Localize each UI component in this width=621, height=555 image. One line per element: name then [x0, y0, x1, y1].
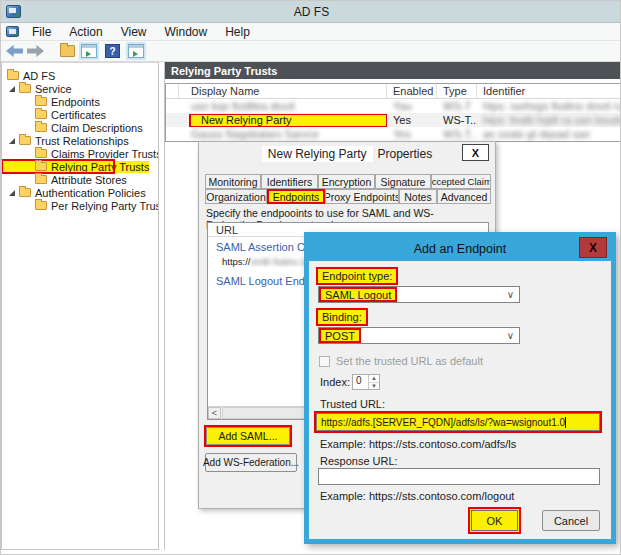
column-type[interactable]: Type — [437, 84, 477, 98]
menu-view[interactable]: View — [112, 23, 156, 40]
redacted-text: WS-T — [437, 100, 477, 112]
folder-icon — [35, 201, 47, 210]
table-row-new-relying-party[interactable]: New Relying Party Yes WS-T... htps: feal… — [166, 113, 621, 127]
tree-item-certificates[interactable]: Certificates — [2, 108, 158, 121]
cancel-button[interactable]: Cancel — [542, 510, 600, 531]
tab-accepted-claims[interactable]: Accepted Claims — [431, 174, 491, 189]
table-row[interactable]: uso kqs fiodtlea dovd Yau WS-T htps: rax… — [166, 99, 621, 113]
tab-identifiers[interactable]: Identifiers — [261, 174, 318, 189]
index-stepper[interactable]: 0 ▲▼ — [352, 374, 380, 390]
redacted-text: htps: raxhsgs fiodins dovd rapd — [477, 100, 621, 112]
table-header-row: Display Name Enabled Type Identifier — [166, 84, 621, 99]
folder-icon — [35, 123, 47, 132]
column-enabled[interactable]: Enabled — [387, 84, 437, 98]
expanded-triangle-icon[interactable] — [9, 86, 15, 92]
tab-endpoints[interactable]: Endpoints — [267, 189, 325, 204]
expanded-triangle-icon[interactable] — [9, 190, 15, 196]
console-icon — [6, 26, 19, 37]
enabled-value: Yes — [387, 114, 437, 126]
redacted-text: Gauss Nagsbalars Sarvce — [179, 128, 387, 140]
index-value: 0 — [356, 375, 362, 386]
menu-file[interactable]: File — [23, 23, 60, 40]
tree-item-per-relying-party-trust[interactable]: Per Relying Party Trust — [2, 199, 158, 212]
redacted-text: Yau — [387, 100, 437, 112]
window-title: AD FS — [1, 5, 621, 19]
folder-icon — [35, 162, 47, 171]
endpoint-type-dropdown[interactable]: SAML Logout ∨ — [318, 286, 520, 303]
tree-item-attribute-stores[interactable]: Attribute Stores — [2, 173, 158, 186]
table-row[interactable]: Gauss Nagsbalars Sarvce Yes WS-T... an s… — [166, 127, 621, 141]
trusted-url-example: Example: https://sts.contoso.com/adfs/ls — [320, 438, 516, 450]
column-identifier[interactable]: Identifier — [477, 84, 621, 98]
window-titlebar: AD FS — [1, 1, 621, 23]
tab-signature[interactable]: Signature — [375, 174, 431, 189]
add-endpoint-dialog-title: Add an Endpoint — [309, 237, 611, 261]
tab-row-2: Organization Endpoints Proxy Endpoints N… — [205, 189, 491, 204]
add-ws-federation-button[interactable]: Add WS-Federation... — [205, 453, 297, 472]
properties-dialog-title: New Relying Party Properties — [199, 142, 495, 166]
tab-notes[interactable]: Notes — [399, 189, 437, 204]
tab-proxy-endpoints[interactable]: Proxy Endpoints — [325, 189, 399, 204]
folder-icon — [35, 175, 47, 184]
response-url-input[interactable] — [318, 468, 600, 485]
default-url-checkbox-label: Set the trusted URL as default — [336, 355, 483, 367]
trusted-url-input[interactable]: https://adfs.[SERVER_FQDN]/adfs/ls/?wa=w… — [314, 411, 602, 433]
tree-item-adfs-root[interactable]: AD FS — [2, 69, 158, 82]
redacted-text: uso kqs fiodtlea dovd — [179, 100, 387, 112]
close-icon[interactable]: X — [579, 237, 607, 258]
tab-encryption[interactable]: Encryption — [318, 174, 375, 189]
binding-value: POST — [319, 328, 361, 343]
help-icon[interactable]: ? — [105, 44, 120, 58]
tree-item-relying-party-trusts[interactable]: Relying Party Trusts — [2, 160, 114, 173]
icon-column-header — [166, 84, 179, 98]
console-tree: AD FS Service Endpoints Certificates Cla… — [1, 62, 159, 550]
stepper-arrows-icon[interactable]: ▲▼ — [368, 375, 379, 389]
forward-icon[interactable] — [27, 45, 44, 57]
chevron-down-icon: ∨ — [507, 289, 514, 300]
ok-button-highlight: OK — [468, 507, 521, 534]
tree-item-claims-provider-trusts[interactable]: Claims Provider Trusts — [2, 147, 158, 160]
export-list-icon[interactable] — [60, 45, 75, 57]
folder-icon — [35, 149, 47, 158]
add-saml-button[interactable]: Add SAML... — [204, 425, 292, 447]
add-endpoint-dialog: Add an Endpoint X Endpoint type: SAML Lo… — [304, 232, 616, 544]
menu-window[interactable]: Window — [156, 23, 217, 40]
tree-item-trust-relationships[interactable]: Trust Relationships — [2, 134, 158, 147]
tab-row-1: Monitoring Identifiers Encryption Signat… — [205, 174, 491, 189]
close-icon[interactable]: X — [462, 144, 489, 161]
folder-icon — [7, 71, 19, 80]
ok-button[interactable]: OK — [471, 510, 518, 531]
back-icon[interactable] — [6, 45, 23, 57]
column-display-name[interactable]: Display Name — [179, 84, 387, 98]
binding-dropdown[interactable]: POST ∨ — [318, 327, 520, 344]
tree-item-claim-descriptions[interactable]: Claim Descriptions — [2, 121, 158, 134]
endpoint-type-label: Endpoint type: — [316, 267, 398, 285]
checkbox-icon[interactable] — [319, 356, 330, 367]
menu-help[interactable]: Help — [216, 23, 259, 40]
folder-icon — [35, 110, 47, 119]
trusted-url-value: https://adfs.[SERVER_FQDN]/adfs/ls/?wa=w… — [321, 417, 566, 428]
index-label: Index: — [320, 376, 350, 388]
folder-icon — [19, 84, 31, 93]
redacted-text: WS-T... — [437, 128, 477, 140]
redacted-text: htps: fealb hqdt ra san bsudqnlb ... — [477, 114, 621, 126]
response-url-label: Response URL: — [320, 455, 398, 467]
new-window-icon[interactable] — [128, 44, 144, 58]
folder-icon — [19, 188, 31, 197]
show-console-tree-icon[interactable] — [81, 44, 97, 58]
tab-organization[interactable]: Organization — [205, 189, 267, 204]
tab-advanced[interactable]: Advanced — [437, 189, 491, 204]
tab-monitoring[interactable]: Monitoring — [205, 174, 261, 189]
tree-item-authentication-policies[interactable]: Authentication Policies — [2, 186, 158, 199]
menu-bar: File Action View Window Help — [1, 23, 621, 41]
relying-party-trusts-table: Display Name Enabled Type Identifier uso… — [165, 83, 621, 142]
tree-item-endpoints[interactable]: Endpoints — [2, 95, 158, 108]
expanded-triangle-icon[interactable] — [9, 138, 15, 144]
menu-action[interactable]: Action — [60, 23, 111, 40]
tree-item-service[interactable]: Service — [2, 82, 158, 95]
scroll-left-icon[interactable]: < — [208, 407, 221, 419]
properties-title-suffix: Properties — [378, 147, 433, 161]
chevron-down-icon: ∨ — [507, 330, 514, 341]
adfs-console-window: AD FS File Action View Window Help ? AD … — [0, 0, 621, 555]
response-url-example: Example: https://sts.contoso.com/logout — [320, 490, 514, 502]
